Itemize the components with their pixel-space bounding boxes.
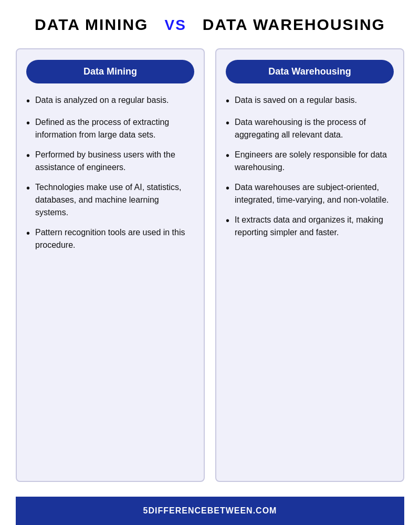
- mining-column-header: Data Mining: [26, 60, 194, 83]
- warehousing-column: Data Warehousing Data is saved on a regu…: [215, 48, 404, 482]
- warehousing-column-header: Data Warehousing: [226, 60, 394, 83]
- warehousing-list: Data is saved on a regular basis.Data wa…: [226, 94, 394, 246]
- footer-text: 5DIFFERENCEBETWEEN.COM: [143, 506, 277, 515]
- mining-list: Data is analyzed on a regular basis.Defi…: [26, 94, 194, 259]
- footer-bar: 5DIFFERENCEBETWEEN.COM: [16, 497, 404, 525]
- title-right: DATA WAREHOUSING: [203, 16, 385, 33]
- title-left: DATA MINING: [35, 16, 148, 33]
- list-item: Technologies make use of AI, statistics,…: [26, 181, 194, 219]
- list-item: Engineers are solely responsible for dat…: [226, 149, 394, 174]
- title-vs: VS: [164, 17, 186, 33]
- list-item: Performed by business users with the ass…: [26, 149, 194, 174]
- list-item: Defined as the process of extracting inf…: [26, 116, 194, 141]
- list-item: Pattern recognition tools are used in th…: [26, 226, 194, 251]
- list-item: Data is saved on a regular basis.: [226, 94, 394, 109]
- list-item: Data warehousing is the process of aggre…: [226, 116, 394, 141]
- list-item: Data is analyzed on a regular basis.: [26, 94, 194, 109]
- mining-column: Data Mining Data is analyzed on a regula…: [16, 48, 205, 482]
- list-item: Data warehouses are subject-oriented, in…: [226, 181, 394, 206]
- list-item: It extracts data and organizes it, makin…: [226, 214, 394, 239]
- page-title: DATA MINING VS DATA WAREHOUSING: [16, 16, 404, 34]
- comparison-container: Data Mining Data is analyzed on a regula…: [16, 48, 404, 482]
